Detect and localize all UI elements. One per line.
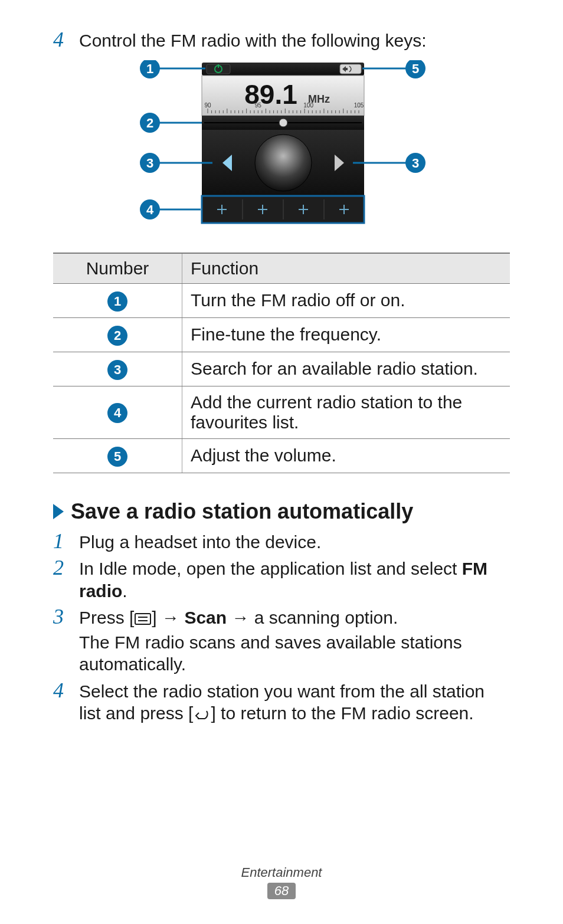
frequency-value: 89.1 xyxy=(244,79,297,110)
page-number-badge: 68 xyxy=(267,883,296,899)
table-cell-function: Fine-tune the frequency. xyxy=(182,317,510,352)
table-row: 3Search for an available radio station. xyxy=(53,352,510,386)
callout-badge-1: 1 xyxy=(107,291,127,312)
manual-page: 4 Control the FM radio with the followin… xyxy=(0,0,563,924)
svg-text:1: 1 xyxy=(146,61,153,76)
chevron-right-icon xyxy=(53,504,64,519)
table-cell-number: 3 xyxy=(53,352,182,386)
step-text: Press [] → Scan → a scanning option.The … xyxy=(79,605,510,676)
section-heading: Save a radio station automatically xyxy=(53,499,510,524)
table-header-number: Number xyxy=(53,253,182,284)
step-text: Select the radio station you want from t… xyxy=(79,679,510,725)
fm-radio-figure: 89.1 MHz 9095100105 xyxy=(131,60,432,243)
svg-point-55 xyxy=(255,135,312,191)
table-cell-number: 2 xyxy=(53,317,182,352)
svg-text:4: 4 xyxy=(146,202,154,217)
step-text: Plug a headset into the device. xyxy=(79,530,321,553)
step-number: 4 xyxy=(53,679,79,703)
step-text: Control the FM radio with the following … xyxy=(79,28,427,52)
callout-badge-2: 2 xyxy=(107,326,127,346)
svg-text:100: 100 xyxy=(303,102,313,109)
table-row: 1Turn the FM radio off or on. xyxy=(53,283,510,317)
table-cell-number: 4 xyxy=(53,386,182,438)
footer-category: Entertainment xyxy=(0,865,563,880)
step-2: 2In Idle mode, open the application list… xyxy=(53,556,510,602)
step-1: 1Plug a headset into the device. xyxy=(53,530,510,553)
section-title: Save a radio station automatically xyxy=(71,499,413,524)
table-cell-function: Turn the FM radio off or on. xyxy=(182,283,510,317)
svg-text:105: 105 xyxy=(354,102,364,109)
callout-badge-3: 3 xyxy=(107,360,127,380)
table-cell-number: 5 xyxy=(53,438,182,473)
table-row: 2Fine-tune the frequency. xyxy=(53,317,510,352)
step-4: 4Select the radio station you want from … xyxy=(53,679,510,725)
callout-badge-4: 4 xyxy=(107,403,127,423)
fm-radio-diagram: 89.1 MHz 9095100105 xyxy=(131,60,432,243)
step-number: 1 xyxy=(53,530,79,553)
page-footer: Entertainment 68 xyxy=(0,865,563,899)
table-cell-number: 1 xyxy=(53,283,182,317)
svg-point-53 xyxy=(279,119,287,127)
table-row: 5Adjust the volume. xyxy=(53,438,510,473)
svg-text:5: 5 xyxy=(412,61,419,76)
svg-text:90: 90 xyxy=(204,102,211,109)
step-3: 3Press [] → Scan → a scanning option.The… xyxy=(53,605,510,676)
table-cell-function: Search for an available radio station. xyxy=(182,352,510,386)
function-table: Number Function 1Turn the FM radio off o… xyxy=(53,253,510,473)
table-cell-function: Adjust the volume. xyxy=(182,438,510,473)
table-header-function: Function xyxy=(182,253,510,284)
back-icon xyxy=(193,703,211,723)
table-cell-function: Add the current radio station to the fav… xyxy=(182,386,510,438)
table-row: 4Add the current radio station to the fa… xyxy=(53,386,510,438)
svg-text:95: 95 xyxy=(255,102,262,109)
step-number: 3 xyxy=(53,605,79,629)
svg-text:2: 2 xyxy=(146,116,153,130)
step-text: In Idle mode, open the application list … xyxy=(79,556,510,602)
step-number: 2 xyxy=(53,556,79,580)
svg-text:3: 3 xyxy=(412,156,419,171)
menu-icon xyxy=(134,608,152,627)
svg-rect-86 xyxy=(135,614,150,624)
callout-badge-5: 5 xyxy=(107,447,127,467)
step-4-intro: 4 Control the FM radio with the followin… xyxy=(53,28,510,52)
step-extra-text: The FM radio scans and saves available s… xyxy=(79,631,510,676)
step-number: 4 xyxy=(53,28,79,52)
svg-text:3: 3 xyxy=(146,156,153,171)
